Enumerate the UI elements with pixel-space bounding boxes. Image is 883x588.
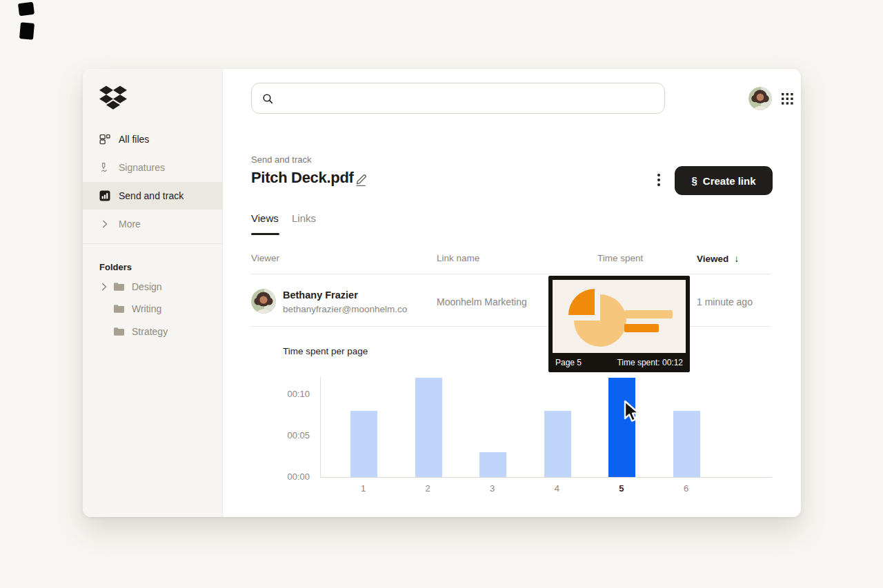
folder-icon <box>113 282 125 292</box>
sidebar-item-signatures[interactable]: Signatures <box>83 154 223 181</box>
dropbox-logo-icon[interactable] <box>99 85 127 110</box>
bar-page-3[interactable] <box>479 452 506 477</box>
x-tick-label: 5 <box>608 483 635 494</box>
x-tick-label: 3 <box>479 483 506 494</box>
sidebar-item-label: Send and track <box>119 190 183 201</box>
breadcrumb: Send and track <box>251 154 311 165</box>
x-tick-label: 4 <box>544 483 571 494</box>
tab-links[interactable]: Links <box>292 212 316 224</box>
search-input[interactable] <box>281 92 655 105</box>
cell-link-name: Moonhelm Marketing <box>437 296 527 307</box>
preview-thumbnail <box>553 280 686 353</box>
folders-title: Folders <box>99 262 132 272</box>
preview-page-label: Page 5 <box>555 358 582 367</box>
folder-item-design[interactable]: Design <box>99 278 162 295</box>
sidebar-item-label: More <box>119 219 141 230</box>
x-tick-label: 2 <box>415 483 442 494</box>
bar-chart-plot <box>320 376 772 478</box>
x-tick-label: 1 <box>350 483 377 494</box>
page-preview-card: Page 5 Time spent: 00:12 <box>548 276 690 372</box>
sidebar-item-label: Signatures <box>119 162 165 173</box>
page-title: Pitch Deck.pdf <box>251 169 354 187</box>
y-tick-label: 00:10 <box>287 389 310 399</box>
rename-pencil-icon[interactable] <box>353 172 368 187</box>
user-avatar[interactable] <box>748 87 772 110</box>
viewer-avatar <box>251 289 276 314</box>
table-row-divider <box>251 326 771 327</box>
bar-page-2[interactable] <box>415 378 442 477</box>
tab-views[interactable]: Views <box>251 212 279 224</box>
folder-label: Writing <box>132 303 161 314</box>
pie-chart-graphic <box>553 280 686 353</box>
search-bar[interactable] <box>251 83 665 114</box>
app-window: All files Signatures <box>83 69 801 517</box>
cell-viewed: 1 minute ago <box>697 296 753 307</box>
sidebar-item-label: All files <box>119 134 149 145</box>
folder-item-strategy[interactable]: Strategy <box>113 323 168 340</box>
send-and-track-icon <box>99 190 110 201</box>
sort-descending-icon: ↓ <box>734 253 739 264</box>
column-header-label: Viewed <box>697 254 728 264</box>
create-link-label: Create link <box>703 175 756 187</box>
sidebar: All files Signatures <box>83 69 223 517</box>
chart-title: Time spent per page <box>283 346 368 356</box>
create-link-button[interactable]: § Create link <box>675 166 773 195</box>
y-tick-label: 00:05 <box>287 430 310 440</box>
folder-label: Strategy <box>132 326 168 337</box>
preview-time-label: Time spent: 00:12 <box>617 358 683 367</box>
corner-artifact <box>19 22 34 40</box>
column-header-viewer: Viewer <box>251 253 279 263</box>
bar-chart-ylabels: 00:1000:0500:00 <box>251 376 310 477</box>
bar-page-4[interactable] <box>544 411 571 477</box>
sidebar-item-more[interactable]: More <box>83 210 223 238</box>
viewer-name: Bethany Frazier <box>283 290 358 301</box>
page: All files Signatures <box>0 0 883 588</box>
all-files-icon <box>99 134 110 145</box>
chevron-right-icon <box>99 219 110 230</box>
folder-label: Design <box>132 281 162 292</box>
sidebar-item-all-files[interactable]: All files <box>83 125 223 153</box>
search-icon <box>261 92 274 105</box>
column-header-link-name: Link name <box>437 253 479 263</box>
x-tick-label: 6 <box>673 483 700 494</box>
active-tab-underline <box>251 233 279 235</box>
sidebar-divider <box>83 243 223 244</box>
folder-item-writing[interactable]: Writing <box>113 301 161 317</box>
chevron-right-icon[interactable] <box>99 282 109 292</box>
bar-chart-xlabels: 123456 <box>320 483 771 494</box>
corner-artifact <box>18 2 34 17</box>
folder-icon <box>113 304 125 314</box>
link-icon: § <box>691 175 697 185</box>
bar-page-6[interactable] <box>673 411 700 477</box>
bar-page-5[interactable] <box>608 378 635 477</box>
column-header-viewed[interactable]: Viewed↓ <box>697 253 739 264</box>
folder-icon <box>113 327 125 336</box>
table-header-divider <box>251 274 771 274</box>
bar-page-1[interactable] <box>350 411 377 477</box>
signature-icon <box>99 162 110 173</box>
viewer-email: bethanyfrazier@moonhelm.co <box>283 304 407 314</box>
y-tick-label: 00:00 <box>287 472 310 482</box>
apps-grid-icon[interactable] <box>779 90 795 107</box>
sidebar-item-send-and-track[interactable]: Send and track <box>83 182 223 210</box>
overflow-menu-button[interactable] <box>654 170 664 190</box>
column-header-time-spent: Time spent <box>597 253 643 263</box>
